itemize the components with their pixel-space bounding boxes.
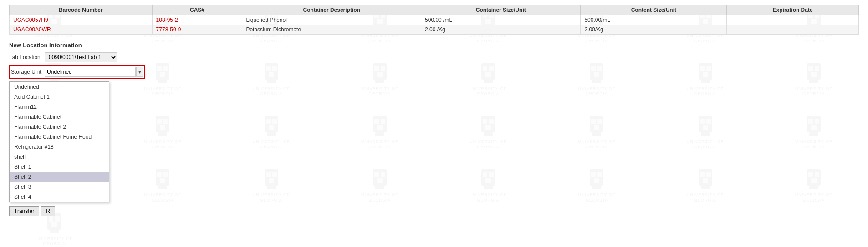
lab-location-select[interactable]: 0090/0001/Test Lab 1 [45, 52, 117, 62]
cas-link[interactable]: 108-95-2 [156, 17, 178, 23]
storage-unit-dropdown: UndefinedAcid Cabinet 1Flamm12Flammable … [9, 81, 109, 202]
cell-content-size: 2.00/Kg [581, 25, 727, 35]
cell-barcode: UGAC00A0WR [10, 25, 153, 35]
cell-expiration [727, 25, 859, 35]
dropdown-item[interactable]: Flammable Cabinet 2 [10, 122, 109, 132]
dropdown-item[interactable]: Shelf 3 [10, 182, 109, 192]
lab-location-label: Lab Location: [9, 54, 42, 60]
dropdown-item[interactable]: Shelf 2 [10, 172, 109, 182]
cell-cas: 108-95-2 [152, 15, 242, 25]
main-content: Barcode Number CAS# Container Descriptio… [0, 0, 868, 221]
dropdown-item[interactable]: Shelf 4 [10, 192, 109, 202]
button-row: Transfer R [9, 206, 859, 216]
dropdown-item[interactable]: Acid Cabinet 1 [10, 92, 109, 102]
cell-container-size: 2.00 /Kg [421, 25, 581, 35]
reset-button[interactable]: R [41, 206, 55, 216]
dropdown-item[interactable]: Shelf 1 [10, 162, 109, 172]
storage-unit-box: Storage Unit: UndefinedAcid Cabinet 1Fla… [9, 65, 145, 79]
col-header-content-size: Content Size/Unit [581, 5, 727, 15]
cell-container-size: 500.00 /mL [421, 15, 581, 25]
svg-rect-164 [51, 222, 57, 227]
svg-rect-161 [50, 230, 59, 233]
chemicals-table: Barcode Number CAS# Container Descriptio… [9, 5, 859, 35]
dropdown-arrow-icon[interactable]: ▼ [136, 67, 143, 77]
storage-unit-row: Storage Unit: UndefinedAcid Cabinet 1Fla… [9, 65, 859, 79]
section-title: New Location Information [9, 42, 859, 49]
dropdown-item[interactable]: Flammable Cabinet Fume Hood [10, 132, 109, 142]
storage-unit-label: Storage Unit: [11, 69, 43, 75]
dropdown-item[interactable]: Refrigerator #18 [10, 142, 109, 152]
col-header-cas: CAS# [152, 5, 242, 15]
cas-link[interactable]: 7778-50-9 [156, 26, 181, 33]
cell-description: Liquefied Phenol [242, 15, 421, 25]
cell-description: Potassium Dichromate [242, 25, 421, 35]
barcode-link[interactable]: UGAC0057H9 [13, 17, 48, 23]
cell-expiration [727, 15, 859, 25]
storage-unit-select[interactable]: UndefinedAcid Cabinet 1Flamm12Flammable … [45, 67, 136, 77]
cell-barcode: UGAC0057H9 [10, 15, 153, 25]
dropdown-item[interactable]: Undefined [10, 82, 109, 92]
col-header-container-size: Container Size/Unit [421, 5, 581, 15]
barcode-link[interactable]: UGAC00A0WR [13, 26, 51, 33]
col-header-barcode: Barcode Number [10, 5, 153, 15]
dropdown-item[interactable]: Flammable Cabinet [10, 112, 109, 122]
lab-location-row: Lab Location: 0090/0001/Test Lab 1 [9, 52, 859, 62]
col-header-description: Container Description [242, 5, 421, 15]
dropdown-item[interactable]: Flamm12 [10, 102, 109, 112]
dropdown-item[interactable]: shelf [10, 152, 109, 162]
col-header-expiration: Expiration Date [727, 5, 859, 15]
transfer-button[interactable]: Transfer [9, 206, 39, 216]
new-location-section: New Location Information Lab Location: 0… [9, 42, 859, 216]
cell-content-size: 500.00/mL [581, 15, 727, 25]
table-row: UGAC0057H9108-95-2Liquefied Phenol500.00… [10, 15, 859, 25]
table-row: UGAC00A0WR7778-50-9Potassium Dichromate2… [10, 25, 859, 35]
storage-unit-container: UndefinedAcid Cabinet 1Flamm12Flammable … [45, 67, 136, 77]
page-wrapper: UNIVERSITY OFGEORGIA UNIVERSITY OFGEORGI… [0, 0, 868, 247]
cell-cas: 7778-50-9 [152, 25, 242, 35]
